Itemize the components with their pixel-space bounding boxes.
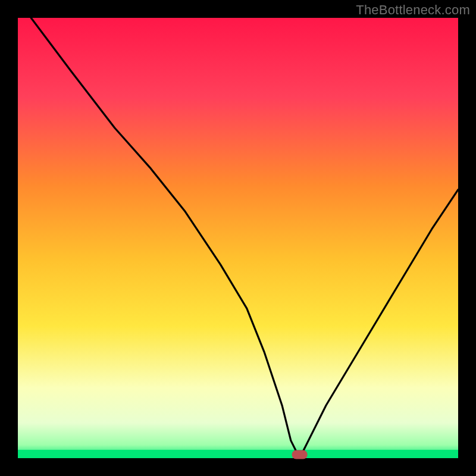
plot-background [18, 18, 458, 458]
chart-svg [0, 0, 476, 476]
optimum-marker [292, 450, 308, 459]
watermark-text: TheBottleneck.com [356, 2, 470, 18]
chart-frame: TheBottleneck.com [0, 0, 476, 476]
green-band [18, 450, 458, 458]
